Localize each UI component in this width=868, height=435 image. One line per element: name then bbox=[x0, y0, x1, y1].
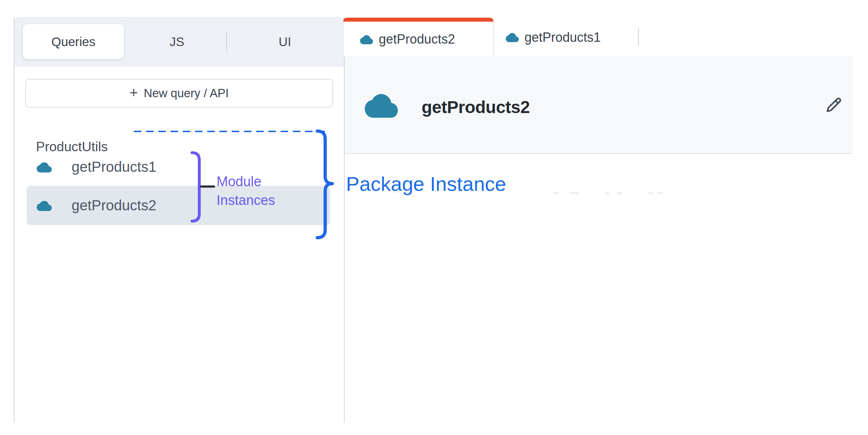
module-instances-line1: Module bbox=[217, 172, 275, 191]
erased-text-artifact bbox=[570, 192, 579, 194]
cloud-icon bbox=[37, 200, 52, 211]
list-item-getproducts1[interactable]: getProducts1 bbox=[27, 149, 330, 185]
erased-text-artifact bbox=[605, 192, 610, 194]
cloud-icon bbox=[506, 32, 519, 42]
annotation-curly-brace bbox=[314, 128, 339, 241]
editor-tab-divider bbox=[638, 28, 639, 46]
tab-js[interactable]: JS bbox=[143, 24, 211, 59]
module-instances-line2: Instances bbox=[217, 191, 275, 210]
tab-ui[interactable]: UI bbox=[251, 24, 319, 59]
cloud-icon bbox=[365, 93, 398, 118]
module-instances-annotation: Module Instances bbox=[217, 172, 275, 210]
query-title: getProducts2 bbox=[422, 97, 530, 117]
annotation-dashed-connector bbox=[134, 131, 325, 132]
list-item-label: getProducts2 bbox=[72, 197, 156, 214]
new-query-button[interactable]: + New query / API bbox=[25, 79, 333, 108]
list-item-getproducts2-selected[interactable]: getProducts2 bbox=[27, 186, 330, 225]
plus-icon: + bbox=[129, 85, 138, 100]
tab-queries[interactable]: Queries bbox=[23, 24, 124, 59]
app-window: Queries JS UI + New query / API ProductU… bbox=[0, 0, 868, 435]
new-query-label: New query / API bbox=[144, 86, 229, 100]
erased-text-artifact bbox=[658, 192, 663, 194]
list-item-label: getProducts1 bbox=[72, 159, 156, 175]
sidebar-tab-bar: Queries JS UI bbox=[14, 17, 344, 67]
erased-text-artifact bbox=[617, 192, 622, 194]
editor-tab-getproducts2-active[interactable]: getProducts2 bbox=[343, 18, 494, 57]
queries-sidebar: Queries JS UI + New query / API ProductU… bbox=[14, 17, 345, 423]
editor-tab-getproducts1[interactable]: getProducts1 bbox=[506, 18, 628, 57]
tab-divider bbox=[226, 32, 227, 51]
annotation-pointer-dash bbox=[200, 185, 215, 188]
erased-text-artifact bbox=[554, 192, 559, 194]
cloud-icon bbox=[360, 35, 373, 44]
erased-text-artifact bbox=[648, 192, 653, 194]
cloud-icon bbox=[37, 162, 52, 172]
query-header-panel bbox=[345, 57, 853, 154]
erased-text-artifact bbox=[394, 191, 399, 193]
package-instance-annotation: Package Instance bbox=[346, 172, 506, 196]
editor-tab-label: getProducts1 bbox=[524, 30, 601, 45]
editor-tab-label: getProducts2 bbox=[379, 32, 455, 47]
edit-pencil-icon[interactable] bbox=[824, 96, 843, 115]
